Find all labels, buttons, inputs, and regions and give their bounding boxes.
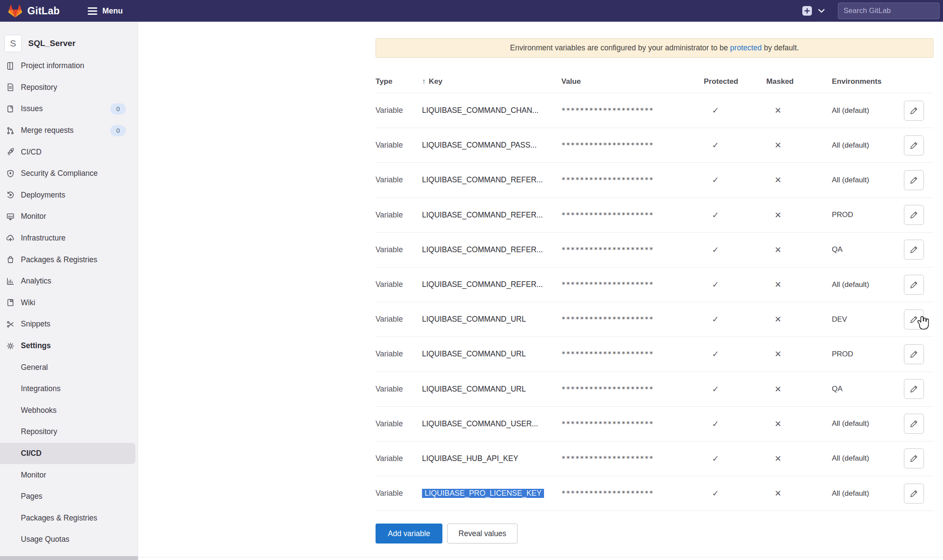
selected-key-text: LIQUIBASE_PRO_LICENSE_KEY (422, 489, 544, 498)
issues-icon (6, 104, 15, 114)
sidebar-subitem-integrations[interactable]: Integrations (0, 378, 138, 400)
sidebar-subitem-general[interactable]: General (0, 356, 138, 378)
header-key[interactable]: ↑Key (422, 77, 561, 86)
banner-text-before: Environment variables are configured by … (510, 43, 730, 53)
edit-variable-button[interactable] (904, 205, 924, 225)
edit-variable-button[interactable] (904, 484, 924, 504)
edit-variable-button[interactable] (904, 101, 924, 121)
sidebar-item-label: Wiki (21, 298, 138, 307)
sidebar-item-label: Infrastructure (21, 234, 138, 243)
edit-variable-button[interactable] (904, 379, 924, 399)
sidebar-subitem-usage-quotas[interactable]: Usage Quotas (0, 529, 138, 550)
variable-environment-scope: All (default) (832, 454, 903, 463)
edit-variable-button[interactable] (904, 414, 924, 434)
protected-cell: ✓ (704, 349, 766, 359)
edit-variable-button[interactable] (904, 275, 924, 295)
sidebar-item-security-compliance[interactable]: Security & Compliance (0, 163, 138, 184)
project-name[interactable]: SQL_Server (28, 39, 76, 48)
variable-key: LIQUIBASE_COMMAND_REFER... (422, 211, 561, 220)
variable-environment-scope: QA (832, 245, 903, 254)
protected-cell: ✓ (704, 454, 766, 464)
protected-cell: ✓ (704, 488, 766, 498)
masked-cell: ✕ (766, 140, 832, 150)
variable-masked-value: ******************** (561, 176, 704, 184)
table-row: VariableLIQUIBASE_COMMAND_REFER...******… (376, 198, 933, 233)
variable-key: LIQUIBASE_COMMAND_PASS... (422, 141, 561, 150)
packages-icon (6, 255, 15, 264)
check-icon: ✓ (710, 314, 721, 324)
pencil-icon (910, 350, 918, 359)
header-protected[interactable]: Protected (704, 77, 766, 86)
table-row: VariableLIQUIBASE_COMMAND_REFER...******… (376, 267, 933, 302)
sidebar-subitem-webhooks[interactable]: Webhooks (0, 400, 138, 422)
key-text: LIQUIBASE_COMMAND_URL (422, 349, 526, 358)
sidebar-subitem-monitor[interactable]: Monitor (0, 464, 138, 486)
infrastructure-icon (6, 234, 15, 243)
sidebar-item-wiki[interactable]: Wiki (0, 292, 138, 314)
gitlab-brand[interactable]: GitLab (8, 4, 60, 18)
sidebar-subitem-pages[interactable]: Pages (0, 486, 138, 507)
protected-link[interactable]: protected (730, 43, 762, 53)
sidebar-subitem-repository[interactable]: Repository (0, 421, 138, 443)
sidebar-item-ci-cd[interactable]: CI/CD (0, 141, 138, 163)
table-row: VariableLIQUIBASE_HUB_API_KEY***********… (376, 441, 933, 476)
search-box[interactable] (838, 3, 940, 19)
gitlab-logo-icon (8, 4, 23, 18)
edit-variable-button[interactable] (904, 240, 924, 260)
edit-variable-button[interactable] (904, 448, 924, 468)
reveal-values-button[interactable]: Reveal values (447, 524, 518, 544)
sidebar-subitem-packages-registries[interactable]: Packages & Registries (0, 507, 138, 529)
search-input[interactable] (838, 7, 939, 15)
sidebar-item-analytics[interactable]: Analytics (0, 270, 138, 292)
table-row: VariableLIQUIBASE_COMMAND_CHAN...*******… (376, 93, 933, 128)
sidebar-item-settings[interactable]: Settings (0, 335, 138, 357)
menu-button[interactable]: Menu (88, 7, 123, 16)
sidebar-item-merge-requests[interactable]: Merge requests0 (0, 120, 138, 142)
sidebar-item-issues[interactable]: Issues0 (0, 98, 138, 120)
hamburger-icon (88, 7, 97, 15)
sidebar-item-packages-registries[interactable]: Packages & Registries (0, 249, 138, 270)
sidebar-item-label: Packages & Registries (21, 255, 138, 264)
security-icon (6, 169, 15, 178)
sidebar-item-label: Merge requests (21, 126, 110, 135)
edit-variable-button[interactable] (904, 135, 924, 155)
sidebar-scrollbar[interactable] (0, 556, 138, 560)
check-icon: ✓ (710, 280, 721, 290)
cross-icon: ✕ (772, 488, 784, 498)
check-icon: ✓ (710, 419, 721, 429)
header-masked[interactable]: Masked (766, 77, 832, 86)
add-variable-button[interactable]: Add variable (376, 524, 442, 544)
project-avatar[interactable]: S (4, 35, 22, 52)
table-row: VariableLIQUIBASE_COMMAND_PASS...*******… (376, 128, 933, 163)
new-menu-button[interactable] (802, 6, 812, 16)
edit-variable-button[interactable] (904, 170, 924, 190)
sidebar-subitem-label: Usage Quotas (21, 535, 138, 544)
variable-type: Variable (376, 106, 422, 115)
header-environments[interactable]: Environments (832, 77, 903, 86)
variable-type: Variable (376, 280, 422, 289)
variable-masked-value: ******************** (561, 211, 704, 219)
table-row: VariableLIQUIBASE_COMMAND_REFER...******… (376, 163, 933, 198)
check-icon: ✓ (710, 454, 721, 464)
sidebar-item-snippets[interactable]: Snippets (0, 313, 138, 335)
edit-variable-button[interactable] (904, 310, 924, 329)
sidebar-item-project-information[interactable]: Project information (0, 55, 138, 77)
variable-key: LIQUIBASE_COMMAND_CHAN... (422, 106, 561, 115)
edit-variable-button[interactable] (904, 344, 924, 364)
check-icon: ✓ (710, 175, 721, 185)
protected-cell: ✓ (704, 175, 766, 185)
variable-key: LIQUIBASE_COMMAND_URL (422, 385, 561, 394)
cross-icon: ✕ (772, 140, 784, 150)
variable-key: LIQUIBASE_PRO_LICENSE_KEY (422, 489, 561, 498)
chevron-down-icon[interactable] (818, 9, 825, 13)
analytics-icon (6, 277, 15, 286)
sidebar-item-monitor[interactable]: Monitor (0, 206, 138, 227)
variables-table-body: VariableLIQUIBASE_COMMAND_CHAN...*******… (376, 93, 933, 511)
sidebar-item-infrastructure[interactable]: Infrastructure (0, 227, 138, 249)
header-value[interactable]: Value (561, 77, 704, 86)
sidebar-item-repository[interactable]: Repository (0, 77, 138, 99)
sidebar-subitem-ci-cd[interactable]: CI/CD (0, 443, 135, 464)
key-text: LIQUIBASE_HUB_API_KEY (422, 454, 518, 463)
sidebar-item-deployments[interactable]: Deployments (0, 184, 138, 206)
header-type[interactable]: Type (376, 77, 422, 86)
